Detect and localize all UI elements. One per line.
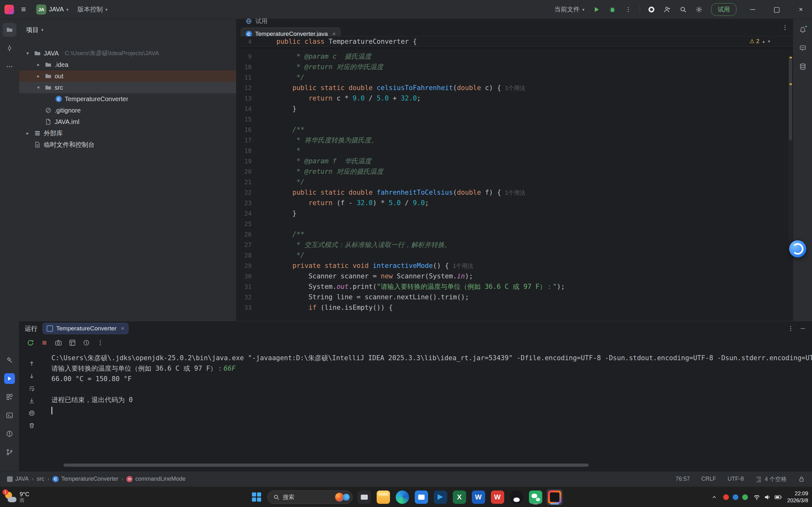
close-icon[interactable]: × [121,325,124,332]
more-actions-button[interactable] [621,3,635,16]
breadcrumb-JAVA[interactable]: JAVA [7,475,29,482]
rerun-button[interactable] [25,337,36,348]
tool-window-notifications[interactable] [796,23,810,37]
tool-window-services[interactable] [3,390,16,404]
tree-chevron-icon[interactable]: ▸ [35,62,42,67]
taskbar-app-edge[interactable] [394,489,410,505]
code-line[interactable]: 9 * @param c 摄氏温度 [237,51,793,62]
tree-item[interactable]: ▸外部库 [19,127,236,139]
code-line[interactable]: 33 if (line.isEmpty()) { [237,302,793,313]
hide-panel-icon[interactable]: ─ [799,325,806,332]
code-line[interactable]: 18 * [237,146,793,156]
minimize-button[interactable]: ─ [742,0,764,19]
run-button[interactable] [590,3,604,16]
warning-stripe-mark[interactable] [790,57,792,58]
run-panel-options-kebab-icon[interactable] [787,325,794,332]
tree-item[interactable]: ▸out [19,70,236,82]
taskbar-app-task-view[interactable] [356,489,372,505]
next-occurrence-button[interactable] [27,371,37,381]
code-line[interactable]: 11 */ [237,72,793,83]
taskbar-app-vscode[interactable] [433,489,448,505]
breadcrumb-TemperatureConverter[interactable]: CTemperatureConverter [52,475,118,482]
code-line[interactable]: 26 /** [237,229,793,240]
taskbar-app-qq[interactable] [509,489,524,505]
tab-options-kebab-icon[interactable] [781,24,789,31]
run-configuration-selector[interactable]: 当前文件 ▾ [551,3,588,16]
code-line[interactable]: 16 /** [237,125,793,135]
tree-chevron-icon[interactable]: ▸ [35,73,42,79]
code-line[interactable]: 24 } [237,208,793,219]
debug-button[interactable] [605,3,619,16]
code-line[interactable]: 22 public static double fahrenheitToCels… [237,187,793,198]
settings-button[interactable] [692,3,706,16]
breadcrumb-src[interactable]: src [37,475,44,482]
code-line[interactable]: 10 * @return 对应的华氏温度 [237,62,793,72]
copilot-floating-button[interactable] [789,240,806,258]
tray-green-icon[interactable] [742,494,748,500]
taskbar-app-intellij-idea[interactable] [547,489,563,505]
stop-button[interactable] [39,337,50,348]
tool-window-problems[interactable] [3,427,16,441]
tray-red-icon[interactable] [723,494,729,500]
code-line[interactable]: 32 String line = scanner.nextLine().trim… [237,292,793,302]
status-encoding[interactable]: UTF-8 [727,475,744,482]
code-line[interactable]: 30 Scanner scanner = new Scanner(System.… [237,271,793,282]
console-output[interactable]: C:\Users\朱彦硕\.jdks\openjdk-25.0.2\bin\ja… [44,350,812,471]
close-button[interactable]: × [790,0,812,19]
tree-item[interactable]: ▾src [19,82,236,93]
console-h-scrollbar[interactable] [63,463,589,467]
tree-chevron-icon[interactable]: ▾ [35,84,42,90]
tool-window-terminal[interactable] [3,408,16,422]
status-readonly-lock[interactable] [798,475,805,483]
weather-widget[interactable]: 1 9°C 雨 [4,487,29,507]
code-line[interactable]: 19 * @param f 华氏温度 [237,156,793,166]
scroll-to-end-button[interactable] [27,396,37,405]
code-area[interactable]: ⚠2 ▴ ▾ 4 public class TemperatureConvert… [237,37,793,321]
tree-item[interactable]: ▾JAVAC:\Users\朱彦硕\IdeaProjects\JAVA [19,48,236,59]
tree-item[interactable]: ▸.idea [19,59,236,70]
chevron-down-icon[interactable]: ▾ [41,27,44,32]
run-tab[interactable]: TemperatureConverter × [43,323,129,334]
code-line[interactable]: 28 */ [237,250,793,261]
soft-wrap-button[interactable] [27,383,37,393]
next-warning-chevron-down-icon[interactable]: ▾ [768,39,770,44]
tray-chevron-up-icon[interactable] [710,493,718,501]
tray-blue-icon[interactable] [733,494,739,500]
prev-warning-chevron-up-icon[interactable]: ▴ [762,39,765,44]
sticky-line[interactable]: 4 public class TemperatureConverter { [237,37,793,47]
volume-icon[interactable] [764,493,771,501]
project-selector[interactable]: JA JAVA ▾ [33,3,72,16]
tree-item[interactable]: CTemperatureConverter [19,93,236,105]
code-line[interactable]: 14 } [237,104,793,114]
tree-item[interactable]: .gitignore [19,105,236,116]
code-line[interactable]: 13 return c * 9.0 / 5.0 + 32.0; [237,93,793,104]
inspection-widget[interactable]: ⚠2 ▴ ▾ [750,38,770,45]
status-caret-position[interactable]: 76:57 [675,475,690,482]
taskbar-app-wechat[interactable] [528,489,544,505]
tree-chevron-icon[interactable]: ▾ [24,50,31,56]
tool-window-version-control[interactable] [3,445,16,459]
tool-window-run[interactable] [3,372,16,386]
editor-scrollbar[interactable] [789,55,792,252]
tool-window-build[interactable] [3,353,16,367]
start-button[interactable] [250,490,264,504]
code-line[interactable]: 23 return (f - 32.0) * 5.0 / 9.0; [237,198,793,208]
battery-icon[interactable] [774,493,782,501]
wifi-icon[interactable] [753,493,761,501]
prev-occurrence-button[interactable] [27,358,37,369]
code-line[interactable]: 12 public static double celsiusToFahrenh… [237,83,793,93]
code-line[interactable]: 20 * @return 对应的摄氏温度 [237,166,793,177]
code-with-me-button[interactable] [660,3,674,16]
tool-window-commit[interactable] [3,41,16,55]
code-line[interactable]: 29 private static void interactiveMode()… [237,261,793,271]
code-line[interactable]: 21 */ [237,177,793,187]
thread-dump-button[interactable] [53,337,64,348]
taskbar-app-microsoft-store[interactable] [413,489,429,505]
print-button[interactable] [27,408,37,418]
ai-assistant-button[interactable] [645,3,658,16]
tree-item[interactable]: JAVA.iml [19,116,236,127]
status-indent[interactable]: 4 个空格 [755,475,786,483]
tool-window-more-tools[interactable] [3,60,16,73]
taskbar-app-file-explorer[interactable] [375,489,391,505]
history-button[interactable] [81,337,92,348]
